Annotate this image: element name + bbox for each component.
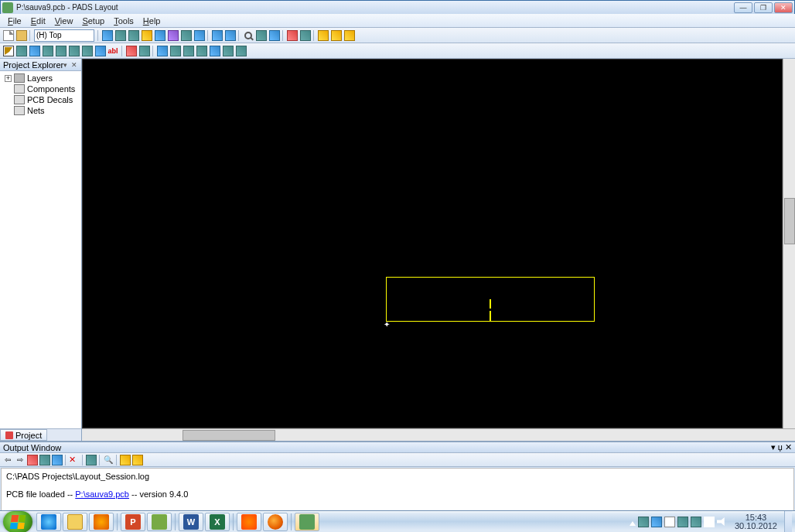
tray-icon-3[interactable] bbox=[677, 517, 688, 527]
task-explorer[interactable] bbox=[63, 513, 87, 531]
menu-setup[interactable]: Setup bbox=[77, 16, 109, 26]
ot-find[interactable]: 🔍 bbox=[102, 454, 114, 466]
menu-file[interactable]: File bbox=[3, 16, 26, 26]
tb-zoom[interactable] bbox=[241, 29, 254, 42]
tb-design[interactable] bbox=[285, 29, 299, 42]
title-bar: P:\sauva9.pcb - PADS Layout — ❐ ✕ bbox=[0, 0, 795, 14]
output-body[interactable]: C:\PADS Projects\Layout_Session.log PCB … bbox=[1, 468, 794, 511]
task-powerpoint[interactable]: P bbox=[121, 513, 145, 531]
tb-dim2[interactable] bbox=[169, 44, 182, 57]
select-tool[interactable] bbox=[2, 44, 15, 57]
tree-item-layers[interactable]: + Layers bbox=[2, 73, 80, 84]
tray-flag-icon[interactable] bbox=[704, 517, 715, 527]
menu-tools[interactable]: Tools bbox=[109, 16, 138, 26]
ot-print[interactable] bbox=[85, 454, 97, 466]
tb-text[interactable]: abl bbox=[107, 44, 120, 57]
tb-route[interactable] bbox=[299, 29, 312, 42]
tb-flood[interactable] bbox=[94, 44, 107, 57]
tb-eco[interactable] bbox=[140, 29, 153, 42]
task-excel[interactable]: X bbox=[205, 513, 230, 531]
design-canvas[interactable]: ✦ bbox=[82, 59, 783, 428]
expand-icon[interactable]: + bbox=[5, 75, 12, 82]
task-guide[interactable] bbox=[147, 513, 172, 531]
tb-project[interactable] bbox=[193, 29, 206, 42]
tb-pour[interactable] bbox=[138, 44, 151, 57]
tree-item-decals[interactable]: PCB Decals bbox=[2, 94, 80, 105]
tb-dim7[interactable] bbox=[234, 44, 247, 57]
ot-fwd[interactable]: ⇨ bbox=[14, 454, 26, 466]
tb-drc[interactable] bbox=[316, 29, 329, 42]
tray-icon-4[interactable] bbox=[691, 517, 701, 527]
line-segment-2[interactable] bbox=[490, 311, 491, 322]
tb-cycle[interactable] bbox=[127, 29, 140, 42]
start-button[interactable] bbox=[3, 511, 32, 533]
open-button[interactable] bbox=[15, 29, 28, 42]
tb-hatch[interactable] bbox=[125, 44, 138, 57]
menu-edit[interactable]: Edit bbox=[26, 16, 50, 26]
ot-delete[interactable]: ✕ bbox=[68, 454, 80, 466]
show-desktop-button[interactable] bbox=[784, 511, 792, 533]
tb-dim3[interactable] bbox=[182, 44, 195, 57]
tray-icon-2[interactable] bbox=[651, 517, 662, 527]
new-button[interactable] bbox=[2, 29, 15, 42]
menu-bar: File Edit View Setup Tools Help bbox=[0, 14, 795, 28]
tb-layers[interactable] bbox=[153, 29, 166, 42]
tb-dim1[interactable] bbox=[155, 44, 169, 57]
tb-cam[interactable] bbox=[329, 29, 343, 42]
ot-opt2[interactable] bbox=[131, 454, 144, 466]
output-file-link[interactable]: P:\sauva9.pcb bbox=[75, 489, 129, 499]
task-player[interactable] bbox=[237, 513, 261, 531]
task-media[interactable] bbox=[89, 513, 114, 531]
task-pads[interactable] bbox=[295, 513, 319, 531]
line-segment-1[interactable] bbox=[490, 299, 491, 309]
tb-2d-line[interactable] bbox=[15, 44, 28, 57]
menu-help[interactable]: Help bbox=[138, 16, 165, 26]
tb-properties[interactable] bbox=[114, 29, 127, 42]
app-icon bbox=[2, 2, 13, 13]
tb-output[interactable] bbox=[179, 29, 193, 42]
maximize-button[interactable]: ❐ bbox=[754, 2, 773, 13]
task-word[interactable]: W bbox=[179, 513, 203, 531]
clock[interactable]: 15:43 30.10.2012 bbox=[730, 513, 782, 530]
tb-copper[interactable] bbox=[28, 44, 41, 57]
tree-item-nets[interactable]: Nets bbox=[2, 105, 80, 116]
ot-home[interactable] bbox=[51, 454, 63, 466]
tb-keepout[interactable] bbox=[54, 44, 67, 57]
task-firefox[interactable] bbox=[263, 513, 288, 531]
output-controls[interactable]: ▾ џ ✕ bbox=[771, 442, 792, 452]
tray-arrow-icon[interactable] bbox=[630, 518, 636, 526]
tb-redo[interactable] bbox=[223, 29, 237, 42]
tb-display[interactable] bbox=[166, 29, 179, 42]
horizontal-scrollbar[interactable] bbox=[82, 428, 795, 441]
tb-plane[interactable] bbox=[80, 44, 94, 57]
tb-undo[interactable] bbox=[210, 29, 223, 42]
ot-refresh[interactable] bbox=[39, 454, 51, 466]
tray-network-icon[interactable] bbox=[664, 517, 675, 527]
tb-dim5[interactable] bbox=[208, 44, 221, 57]
tree-item-components[interactable]: Components bbox=[2, 84, 80, 94]
tray-icon-1[interactable] bbox=[638, 517, 649, 527]
tb-board[interactable] bbox=[254, 29, 268, 42]
windows-logo-icon bbox=[10, 515, 26, 529]
tb-redraw[interactable] bbox=[268, 29, 281, 42]
layer-combo[interactable] bbox=[34, 29, 94, 42]
tray-volume-icon[interactable] bbox=[717, 517, 728, 527]
vertical-scrollbar[interactable] bbox=[783, 59, 795, 428]
project-tree[interactable]: + Layers Components PCB Decals Nets bbox=[0, 71, 81, 428]
tb-reports[interactable] bbox=[343, 29, 356, 42]
tb-board-outline[interactable] bbox=[67, 44, 80, 57]
tb-dim6[interactable] bbox=[221, 44, 234, 57]
ot-stop[interactable] bbox=[26, 454, 39, 466]
tb-refresh[interactable] bbox=[101, 29, 114, 42]
tb-dim4[interactable] bbox=[195, 44, 208, 57]
ot-opt1[interactable] bbox=[119, 454, 131, 466]
tb-cutout[interactable] bbox=[41, 44, 54, 57]
minimize-button[interactable]: — bbox=[734, 2, 752, 13]
toolbar-standard bbox=[0, 28, 795, 43]
close-button[interactable]: ✕ bbox=[774, 2, 793, 13]
menu-view[interactable]: View bbox=[50, 16, 78, 26]
tab-project[interactable]: Project bbox=[0, 429, 47, 441]
ot-back[interactable]: ⇦ bbox=[2, 454, 14, 466]
panel-controls[interactable]: ▾ ✕ bbox=[63, 61, 78, 69]
task-ie[interactable] bbox=[36, 513, 61, 531]
